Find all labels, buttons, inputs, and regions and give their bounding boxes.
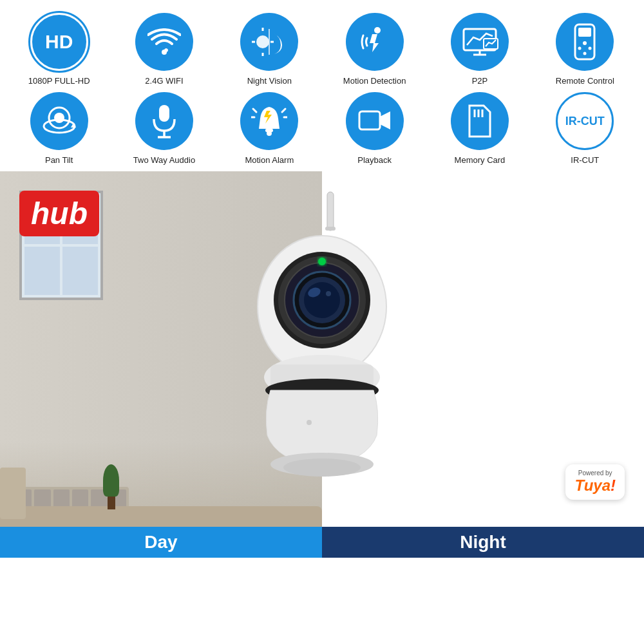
svg-point-43 bbox=[304, 282, 340, 318]
svg-point-51 bbox=[283, 459, 361, 477]
pan-tilt-label: Pan Tilt bbox=[45, 155, 73, 165]
features-row-2: Pan Tilt Two Way Auddio bbox=[6, 92, 638, 165]
svg-rect-13 bbox=[578, 28, 591, 37]
playback-icon bbox=[346, 92, 404, 150]
night-label: Night bbox=[322, 527, 644, 558]
svg-rect-21 bbox=[159, 105, 169, 122]
svg-point-7 bbox=[374, 27, 381, 33]
svg-line-27 bbox=[282, 109, 285, 112]
feature-motion-detection: Motion Detection bbox=[330, 13, 420, 86]
svg-point-16 bbox=[589, 47, 592, 50]
camera-section: hub bbox=[0, 171, 644, 558]
svg-rect-30 bbox=[359, 111, 380, 129]
motion-detection-label: Motion Detection bbox=[343, 76, 406, 86]
hd-label: 1080P FULL-HD bbox=[28, 76, 90, 86]
remote-control-label: Remote Control bbox=[556, 76, 614, 86]
night-vision-icon bbox=[240, 13, 298, 71]
svg-point-15 bbox=[578, 47, 582, 50]
svg-point-17 bbox=[583, 52, 587, 55]
svg-rect-35 bbox=[327, 192, 334, 231]
svg-point-46 bbox=[318, 258, 326, 265]
camera-body bbox=[232, 191, 412, 500]
feature-hd: HD 1080P FULL-HD bbox=[14, 13, 104, 86]
memory-card-label: Memory Card bbox=[455, 155, 506, 165]
feature-playback: Playback bbox=[330, 92, 420, 165]
tuya-badge: Powered by Tuya! bbox=[565, 464, 625, 500]
tuya-logo: Tuya! bbox=[574, 477, 616, 495]
svg-point-0 bbox=[162, 50, 167, 55]
svg-point-52 bbox=[307, 420, 312, 425]
p2p-label: P2P bbox=[472, 76, 488, 86]
svg-point-20 bbox=[54, 113, 64, 123]
day-label: Day bbox=[0, 527, 322, 558]
feature-motion-alarm: Motion Alarm bbox=[224, 92, 314, 165]
feature-memory-card: Memory Card bbox=[435, 92, 525, 165]
night-vision-label: Night Vision bbox=[247, 76, 292, 86]
tuya-powered-text: Powered by bbox=[574, 469, 616, 477]
svg-marker-31 bbox=[380, 111, 390, 129]
feature-night-vision: Night Vision bbox=[224, 13, 314, 86]
feature-p2p: P2P bbox=[435, 13, 525, 86]
playback-label: Playback bbox=[357, 155, 392, 165]
two-way-label: Two Way Auddio bbox=[133, 155, 195, 165]
motion-detection-icon bbox=[346, 13, 404, 71]
wifi-icon bbox=[135, 13, 193, 71]
hd-icon: HD bbox=[30, 13, 88, 71]
motion-alarm-label: Motion Alarm bbox=[245, 155, 294, 165]
motion-alarm-icon bbox=[240, 92, 298, 150]
svg-point-45 bbox=[326, 291, 331, 296]
feature-pan-tilt: Pan Tilt bbox=[14, 92, 104, 165]
features-section: HD 1080P FULL-HD 2.4G WIFI bbox=[0, 0, 644, 171]
remote-control-icon bbox=[556, 13, 614, 71]
ir-cut-label: IR-CUT bbox=[571, 155, 599, 165]
wifi-label: 2.4G WIFI bbox=[145, 76, 183, 86]
feature-ir-cut: IR-CUT IR-CUT bbox=[540, 92, 630, 165]
feature-remote-control: Remote Control bbox=[540, 13, 630, 86]
ir-cut-icon: IR-CUT bbox=[556, 92, 614, 150]
svg-line-26 bbox=[253, 109, 256, 112]
svg-point-14 bbox=[583, 41, 587, 45]
feature-wifi: 2.4G WIFI bbox=[119, 13, 209, 86]
feature-two-way: Two Way Auddio bbox=[119, 92, 209, 165]
hub-badge: hub bbox=[19, 191, 99, 236]
p2p-icon bbox=[451, 13, 509, 71]
memory-card-icon bbox=[451, 92, 509, 150]
features-row-1: HD 1080P FULL-HD 2.4G WIFI bbox=[6, 13, 638, 86]
svg-point-1 bbox=[256, 35, 269, 48]
svg-rect-36 bbox=[325, 227, 336, 231]
svg-point-25 bbox=[267, 131, 272, 136]
pan-tilt-icon bbox=[30, 92, 88, 150]
two-way-audio-icon bbox=[135, 92, 193, 150]
